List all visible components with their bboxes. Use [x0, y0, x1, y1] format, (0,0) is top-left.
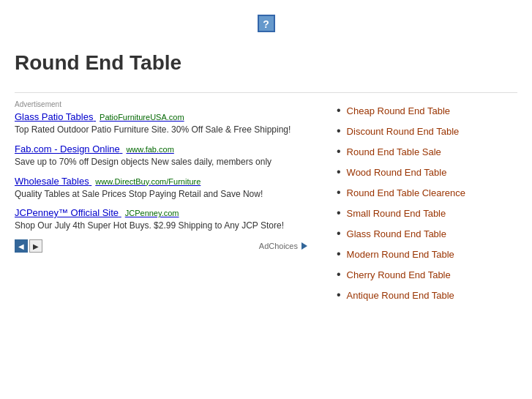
sidebar-link-2[interactable]: Round End Table Sale	[347, 146, 441, 157]
bullet-6: •	[337, 228, 341, 239]
list-item-8: • Cherry Round End Table	[337, 264, 517, 285]
list-item-6: • Glass Round End Table	[337, 223, 517, 244]
ad-link-2[interactable]: Fab.com - Design Online www.fab.com	[15, 143, 307, 154]
sidebar-link-7[interactable]: Modern Round End Table	[347, 249, 454, 260]
page-wrapper: ? Round End Table Advertisement Glass Pa…	[0, 0, 532, 313]
ad-domain-2: www.fab.com	[126, 145, 173, 154]
right-column: • Cheap Round End Table • Discount Round…	[322, 100, 517, 305]
ad-domain-4: JCPenney.com	[125, 209, 179, 217]
list-item-0: • Cheap Round End Table	[337, 100, 517, 121]
ad-title-text-3: Wholesale Tables	[15, 176, 89, 187]
bullet-7: •	[337, 248, 341, 260]
bullet-3: •	[337, 166, 341, 178]
list-item-7: • Modern Round End Table	[337, 244, 517, 264]
list-item-1: • Discount Round End Table	[337, 121, 517, 141]
bullet-1: •	[337, 125, 341, 137]
top-image-area: ?	[15, 7, 517, 44]
ad-choices-label: AdChoices	[259, 242, 298, 250]
bullet-0: •	[337, 105, 341, 116]
page-title: Round End Table	[15, 44, 517, 85]
sidebar-link-4[interactable]: Round End Table Clearence	[347, 187, 465, 198]
sidebar-link-3[interactable]: Wood Round End Table	[347, 167, 447, 178]
ad-title-text-4: JCPenney™ Official Site	[15, 207, 119, 218]
ad-block-1: Glass Patio Tables PatioFurnitureUSA.com…	[15, 111, 307, 136]
sidebar-link-5[interactable]: Small Round End Table	[347, 208, 446, 219]
ad-choices-icon	[301, 242, 307, 250]
divider-line	[15, 92, 517, 93]
ad-domain-1: PatioFurnitureUSA.com	[100, 113, 184, 122]
bullet-2: •	[337, 146, 341, 157]
next-button[interactable]: ▶	[29, 239, 42, 253]
ad-link-1[interactable]: Glass Patio Tables PatioFurnitureUSA.com	[15, 111, 307, 122]
list-item-2: • Round End Table Sale	[337, 141, 517, 162]
sidebar-link-6[interactable]: Glass Round End Table	[347, 228, 446, 239]
sidebar-list: • Cheap Round End Table • Discount Round…	[337, 100, 517, 305]
ad-description-4: Shop Our July 4th Super Hot Buys. $2.99 …	[15, 220, 307, 232]
list-item-9: • Antique Round End Table	[337, 285, 517, 305]
placeholder-image: ?	[258, 15, 275, 32]
ad-description-3: Quality Tables at Sale Prices Stop Payin…	[15, 188, 307, 201]
advertisement-label: Advertisement	[15, 100, 307, 108]
left-column: Advertisement Glass Patio Tables PatioFu…	[15, 100, 307, 305]
ad-block-4: JCPenney™ Official Site JCPenney.com Sho…	[15, 207, 307, 232]
ad-description-2: Save up to 70% off Design objects New sa…	[15, 156, 307, 168]
sidebar-link-8[interactable]: Cherry Round End Table	[347, 269, 451, 280]
ad-domain-3: www.DirectBuy.com/Furniture	[95, 177, 201, 186]
list-item-5: • Small Round End Table	[337, 203, 517, 223]
ad-title-text-1: Glass Patio Tables	[15, 111, 93, 122]
sidebar-link-9[interactable]: Antique Round End Table	[347, 290, 454, 301]
bullet-4: •	[337, 187, 341, 198]
ad-block-3: Wholesale Tables www.DirectBuy.com/Furni…	[15, 176, 307, 201]
list-item-3: • Wood Round End Table	[337, 162, 517, 182]
ad-choices: AdChoices	[259, 242, 307, 250]
ad-description-1: Top Rated Outdoor Patio Furniture Site. …	[15, 124, 307, 136]
list-item-4: • Round End Table Clearence	[337, 182, 517, 203]
sidebar-link-1[interactable]: Discount Round End Table	[347, 126, 460, 137]
bullet-5: •	[337, 207, 341, 219]
ad-link-3[interactable]: Wholesale Tables www.DirectBuy.com/Furni…	[15, 176, 307, 187]
main-content: Advertisement Glass Patio Tables PatioFu…	[15, 100, 517, 305]
ad-title-text-2: Fab.com - Design Online	[15, 143, 120, 154]
ad-nav-controls: ◀ ▶ AdChoices	[15, 239, 307, 253]
sidebar-link-0[interactable]: Cheap Round End Table	[347, 105, 450, 116]
ad-link-4[interactable]: JCPenney™ Official Site JCPenney.com	[15, 207, 307, 218]
ad-block-2: Fab.com - Design Online www.fab.com Save…	[15, 143, 307, 168]
prev-button[interactable]: ◀	[15, 239, 28, 253]
bullet-9: •	[337, 289, 341, 301]
bullet-8: •	[337, 269, 341, 280]
